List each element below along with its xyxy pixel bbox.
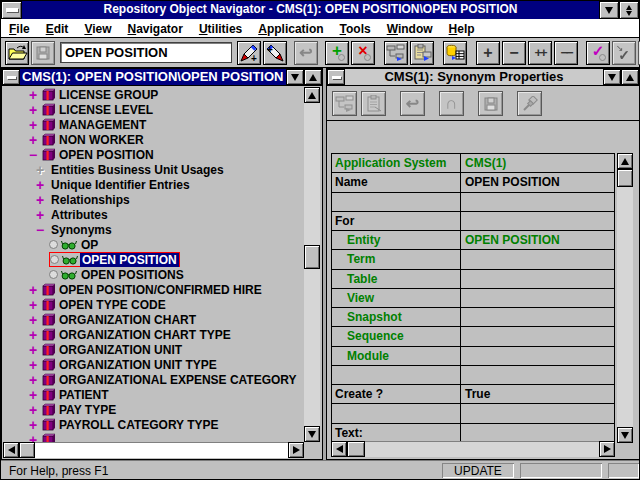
property-value[interactable] [461, 193, 614, 211]
grid-hscrollbar[interactable] [331, 441, 615, 457]
property-value[interactable]: OPEN POSITION [461, 231, 614, 249]
scroll-thumb[interactable] [347, 441, 365, 457]
tree-item-payroll-category-type[interactable]: +PAYROLL CATEGORY TYPE [3, 417, 305, 432]
expand-icon[interactable]: + [29, 374, 42, 386]
tree-item-entities-business-unit-usages[interactable]: +Entities Business Unit Usages [3, 162, 305, 177]
expand-icon[interactable]: + [29, 404, 42, 416]
expand-icon[interactable]: + [36, 179, 49, 191]
insert-button[interactable]: + [325, 41, 349, 65]
tree-item-open-position[interactable]: −OPEN POSITION [3, 147, 305, 162]
expand-all-button[interactable]: ++ [528, 41, 552, 65]
revert-button[interactable]: ∩ [439, 91, 464, 116]
expand-icon[interactable]: + [29, 104, 42, 116]
navigator-maximize-button[interactable] [304, 69, 322, 85]
undo-button[interactable]: ↩ [400, 91, 425, 116]
mark-button[interactable]: ✓ [586, 41, 610, 65]
tree-item-organization-chart-type[interactable]: +ORGANIZATION CHART TYPE [3, 327, 305, 342]
property-value[interactable] [461, 212, 614, 230]
property-value[interactable]: OPEN POSITION [461, 173, 614, 191]
tree-item-license-level[interactable]: +LICENSE LEVEL [3, 102, 305, 117]
tree-vscrollbar[interactable] [304, 87, 321, 442]
expand-icon[interactable]: + [29, 89, 42, 101]
paste-properties-button[interactable] [361, 91, 386, 116]
expand-icon[interactable]: + [29, 359, 42, 371]
expand-icon[interactable]: + [36, 164, 49, 176]
tree-item-organization-chart[interactable]: +ORGANIZATION CHART [3, 312, 305, 327]
expand-icon[interactable]: + [29, 119, 42, 131]
property-value[interactable]: CMS(1) [461, 154, 614, 172]
scroll-thumb[interactable] [617, 169, 633, 187]
paste-hierarchy-button[interactable] [410, 41, 434, 65]
expand-icon[interactable]: + [36, 194, 49, 206]
tree-item-open-positions[interactable]: OPEN POSITIONS [3, 267, 305, 282]
tree-item-op[interactable]: OP [3, 237, 305, 252]
scroll-up-button[interactable] [617, 153, 633, 169]
property-value[interactable] [461, 404, 614, 422]
copy-properties-button[interactable] [332, 91, 357, 116]
property-value[interactable]: True [461, 385, 614, 403]
scroll-thumb[interactable] [19, 442, 35, 458]
tree-hscrollbar[interactable] [3, 442, 304, 458]
menu-edit[interactable]: Edit [38, 21, 77, 36]
object-locator-combo[interactable] [60, 42, 232, 63]
tree-item-management[interactable]: +MANAGEMENT [3, 117, 305, 132]
tree-item-open-position-confirmed-hire[interactable]: +OPEN POSITION/CONFIRMED HIRE [3, 282, 305, 297]
tree-item-patient[interactable]: +PATIENT [3, 387, 305, 402]
tree-item-relationships[interactable]: +Relationships [3, 192, 305, 207]
scroll-channel[interactable] [35, 442, 288, 458]
new-child-object-button[interactable]: + [263, 41, 287, 65]
menu-help[interactable]: Help [441, 21, 483, 36]
delete-button[interactable]: × [351, 41, 375, 65]
tree-item-non-worker[interactable]: +NON WORKER [3, 132, 305, 147]
scroll-left-button[interactable] [3, 442, 19, 458]
new-object-button[interactable]: + [237, 41, 261, 65]
expand-icon[interactable]: + [29, 329, 42, 341]
restore-button[interactable] [619, 1, 639, 19]
property-value[interactable] [461, 308, 614, 326]
expand-icon[interactable]: + [29, 134, 42, 146]
expand-icon[interactable]: + [29, 284, 42, 296]
navigator-sysmenu-button[interactable] [2, 69, 20, 85]
property-value[interactable] [461, 347, 614, 365]
scroll-channel[interactable] [304, 103, 320, 426]
expand-button[interactable]: + [476, 41, 500, 65]
expand-icon[interactable]: + [29, 314, 42, 326]
property-value[interactable] [461, 327, 614, 345]
menu-file[interactable]: File [1, 21, 38, 36]
save-button[interactable] [478, 91, 503, 116]
collapse-all-button[interactable]: −− [554, 41, 578, 65]
tree-item-license-group[interactable]: +LICENSE GROUP [3, 87, 305, 102]
property-value[interactable] [461, 270, 614, 288]
tree-item-attributes[interactable]: +Attributes [3, 207, 305, 222]
menu-application[interactable]: Application [250, 21, 331, 36]
minimize-button[interactable] [599, 1, 619, 19]
menu-navigator[interactable]: Navigator [120, 21, 191, 36]
tree-item-synonyms[interactable]: −Synonyms [3, 222, 305, 237]
menu-utilities[interactable]: Utilities [191, 21, 250, 36]
menu-view[interactable]: View [76, 21, 119, 36]
tree-item-organizational-expense-category[interactable]: +ORGANIZATIONAL EXPENSE CATEGORY [3, 372, 305, 387]
tree-item-open-position[interactable]: OPEN POSITION [3, 252, 305, 267]
collapse-icon[interactable]: − [36, 224, 49, 236]
tree-item-organization-unit[interactable]: +ORGANIZATION UNIT [3, 342, 305, 357]
menu-window[interactable]: Window [379, 21, 441, 36]
scroll-left-button[interactable] [331, 441, 347, 457]
expand-icon[interactable]: + [36, 209, 49, 221]
menu-tools[interactable]: Tools [332, 21, 379, 36]
property-value[interactable] [461, 366, 614, 384]
scroll-channel[interactable] [365, 441, 599, 457]
repository-table-button[interactable] [443, 41, 467, 65]
pin-button[interactable] [517, 91, 542, 116]
system-menu-button[interactable] [1, 1, 22, 19]
expand-icon[interactable]: + [29, 389, 42, 401]
property-value[interactable] [461, 424, 614, 442]
scroll-thumb[interactable] [304, 245, 320, 269]
grid-vscrollbar[interactable] [617, 153, 634, 443]
tree-item-organization-unit-type[interactable]: +ORGANIZATION UNIT TYPE [3, 357, 305, 372]
open-button[interactable] [5, 41, 29, 65]
save-button[interactable] [31, 41, 55, 65]
scroll-right-button[interactable] [599, 441, 615, 457]
tree-item-unique-identifier-entries[interactable]: +Unique Identifier Entries [3, 177, 305, 192]
scroll-right-button[interactable] [288, 442, 304, 458]
property-value[interactable] [461, 289, 614, 307]
